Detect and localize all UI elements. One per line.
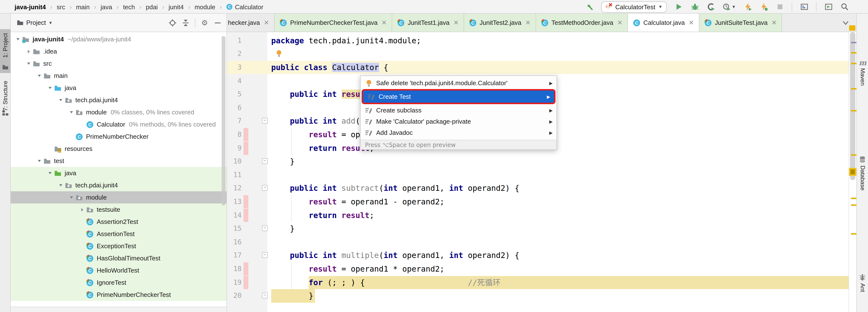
editor-tab-calculator-java[interactable]: CCalculator.java✕ (628, 13, 699, 32)
tree-item-ignoretest[interactable]: CIgnoreTest (11, 277, 226, 289)
stripe-warning-tick[interactable] (851, 204, 856, 206)
menu-item-create-test[interactable]: Create Test▶ (363, 90, 554, 103)
hide-panel-icon[interactable] (214, 19, 222, 27)
stripe-warning-tick[interactable] (851, 154, 856, 156)
editor-tab-testmethodorder-java[interactable]: CTestMethodOrder.java✕ (536, 13, 628, 32)
locate-icon[interactable] (168, 19, 177, 27)
coverage-icon[interactable] (707, 3, 715, 11)
editor-tab-junittest1-java[interactable]: CJunitTest1.java✕ (392, 13, 464, 32)
stripe-warning-tick[interactable] (851, 63, 856, 64)
editor-tab-junitsuitetest-java[interactable]: CJunitSuiteTest.java✕ (700, 13, 782, 32)
close-icon[interactable]: ✕ (772, 19, 777, 26)
tree-item-exceptiontest[interactable]: CExceptionTest (11, 240, 226, 252)
close-icon[interactable]: ✕ (454, 19, 459, 26)
chevron-expanded-icon[interactable] (13, 36, 22, 42)
chevron-expanded-icon[interactable] (24, 60, 33, 67)
stripe-warning-tick[interactable] (851, 198, 856, 199)
breadcrumb-item[interactable]: tech (123, 3, 135, 10)
tool-window-button-7-structure[interactable]: 7: Structure (0, 77, 11, 119)
stripe-warning-tick[interactable] (851, 52, 856, 54)
fold-marker-icon[interactable]: − (262, 252, 268, 258)
menu-item-safe-delete[interactable]: Safe delete 'tech.pdai.junit4.module.Cal… (361, 77, 556, 89)
tool-window-button-1-project[interactable]: 1: Project (0, 29, 11, 73)
fold-marker-icon[interactable]: − (262, 118, 268, 124)
hidden-tabs-chevron-icon[interactable] (842, 19, 849, 27)
menu-item-make-calculator-[interactable]: Make 'Calculator' package-private▶ (361, 116, 556, 127)
layout-icon[interactable] (800, 3, 808, 11)
tree-item-hasglobaltimeouttest[interactable]: CHasGlobalTimeoutTest (11, 252, 226, 264)
tree-item-java[interactable]: java (11, 167, 226, 179)
tree-item--idea[interactable]: .idea (11, 45, 226, 57)
tool-window-button-maven[interactable]: mMaven (857, 58, 868, 117)
chevron-expanded-icon[interactable] (67, 109, 75, 115)
stripe-warning-tick[interactable] (851, 88, 856, 90)
tree-vertical-scrollbar[interactable] (222, 36, 225, 205)
chevron-expanded-icon[interactable] (56, 182, 65, 188)
menu-item-create-subclass[interactable]: Create subclass▶ (361, 105, 556, 116)
tool-window-button-ant[interactable]: Ant (857, 274, 868, 312)
chevron-expanded-icon[interactable] (67, 194, 75, 201)
chevron-expanded-icon[interactable] (46, 170, 54, 176)
breadcrumb-item[interactable]: module (195, 3, 215, 10)
collapse-all-icon[interactable] (182, 19, 190, 27)
rerun-bolt-icon[interactable] (744, 3, 752, 11)
breadcrumb-item[interactable]: pdai (146, 3, 158, 10)
tree-item-assertiontest[interactable]: CAssertionTest (11, 228, 226, 240)
tree-item-java-junit4[interactable]: java-junit4~/pdai/www/java-junit4 (11, 33, 226, 45)
stop-icon[interactable] (776, 3, 784, 11)
tree-item-src[interactable]: src (11, 57, 226, 69)
inspections-status-icon[interactable] (849, 25, 855, 31)
run-configuration-combo[interactable]: CalculatorTest▼ (601, 1, 667, 12)
settings-gear-icon[interactable]: ⚙ (201, 19, 209, 27)
chevron-collapsed-icon[interactable] (78, 206, 86, 213)
tree-item-test[interactable]: test (11, 155, 226, 167)
code-editor[interactable]: 1package tech.pdai.junit4.module;23publi… (227, 32, 848, 312)
breadcrumb-item[interactable]: src (57, 3, 65, 10)
build-hammer-icon[interactable] (585, 3, 593, 11)
chevron-expanded-icon[interactable] (35, 158, 43, 164)
tool-window-button-database[interactable]: Database (857, 156, 868, 214)
tree-item-primenumbercheckertest[interactable]: CPrimeNumberCheckerTest (11, 289, 226, 301)
chevron-expanded-icon[interactable] (46, 85, 54, 91)
close-icon[interactable]: ✕ (617, 19, 623, 26)
menu-item-add-javadoc[interactable]: Add Javadoc▶ (361, 127, 556, 138)
intention-bulb-icon[interactable] (275, 50, 283, 59)
editor-tab-hecker-java[interactable]: hecker.java✕ (227, 13, 275, 32)
editor-scrollbar-thumb[interactable] (850, 32, 855, 180)
fold-marker-icon[interactable]: − (262, 225, 268, 231)
fold-marker-icon[interactable]: − (262, 292, 268, 299)
search-everywhere-icon[interactable] (840, 3, 848, 11)
editor-tab-primenumbercheckertest-java[interactable]: CPrimeNumberCheckerTest.java✕ (275, 13, 392, 32)
run-icon[interactable] (675, 3, 683, 11)
chevron-expanded-icon[interactable] (56, 97, 65, 103)
breadcrumb-item[interactable]: junit4 (168, 3, 184, 10)
stripe-warning-block[interactable] (849, 168, 856, 176)
breadcrumb-item[interactable]: java (101, 3, 112, 10)
fold-marker-icon[interactable]: − (262, 185, 268, 191)
stripe-warning-tick[interactable] (851, 110, 856, 111)
profiler-icon[interactable]: ▼ (723, 3, 736, 11)
tree-item-main[interactable]: main (11, 69, 226, 82)
debug-icon[interactable] (691, 3, 699, 11)
close-icon[interactable]: ✕ (264, 19, 269, 26)
breadcrumb-item[interactable]: CCalculator (226, 3, 264, 10)
tree-item-calculator[interactable]: CCalculator0% methods, 0% lines covered (11, 118, 226, 131)
tree-item-assertion2test[interactable]: CAssertion2Test (11, 216, 226, 228)
debug-bolt-icon[interactable] (760, 3, 768, 11)
fold-marker-icon[interactable]: − (262, 158, 268, 164)
breadcrumb-item[interactable]: java-junit4 (14, 3, 46, 10)
close-icon[interactable]: ✕ (381, 19, 387, 26)
run-anything-icon[interactable] (824, 3, 833, 11)
tree-item-testsuite[interactable]: testsuite (11, 203, 226, 216)
tree-item-tech-pdai-junit4[interactable]: tech.pdai.junit4 (11, 94, 226, 106)
close-icon[interactable]: ✕ (525, 19, 530, 26)
tree-item-resources[interactable]: resources (11, 143, 226, 155)
breadcrumb-item[interactable]: main (76, 3, 90, 10)
chevron-collapsed-icon[interactable] (24, 48, 33, 55)
project-view-selector[interactable]: Project ▼ (17, 19, 53, 26)
editor-tab-junittest2-java[interactable]: CJunitTest2.java✕ (464, 13, 536, 32)
tree-item-helloworldtest[interactable]: CHelloWorldTest (11, 264, 226, 277)
tree-item-primenumberchecker[interactable]: CPrimeNumberChecker (11, 131, 226, 143)
tree-item-java[interactable]: java (11, 82, 226, 94)
stripe-warning-tick[interactable] (851, 42, 856, 43)
